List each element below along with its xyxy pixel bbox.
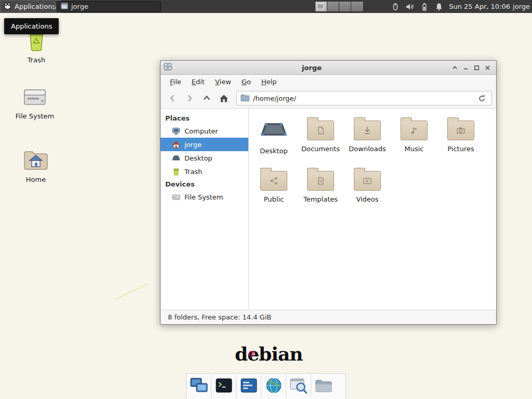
launcher-settings-editor[interactable] (236, 374, 261, 399)
menu-edit[interactable]: Edit (187, 76, 210, 88)
up-button[interactable] (199, 91, 215, 105)
debian-logo-text: debian (235, 343, 302, 365)
debian-swirl-icon (247, 341, 256, 363)
desktop-icon-label: File System (16, 112, 54, 120)
window-body: Places Computer (161, 109, 496, 310)
menu-file[interactable]: File (165, 76, 187, 88)
share-emblem-icon (261, 171, 287, 190)
file-label: Public (264, 195, 284, 203)
titlebar[interactable]: jorge (161, 61, 496, 75)
back-button[interactable] (165, 91, 180, 105)
applications-menu-button[interactable]: Applications (0, 0, 61, 13)
video-emblem-icon (354, 171, 380, 190)
launcher-app-finder[interactable] (286, 374, 311, 399)
file-list: Desktop Documents (249, 109, 496, 310)
forward-button[interactable] (182, 91, 197, 105)
path-folder-icon (241, 94, 249, 103)
file-pictures[interactable]: Pictures (437, 116, 484, 166)
desktop-icon-file-system[interactable]: File System (11, 86, 59, 120)
file-templates[interactable]: Templates (297, 166, 344, 217)
workspace-4[interactable] (351, 2, 363, 11)
desktop-icon-home[interactable]: Home (12, 149, 60, 183)
menu-view[interactable]: View (210, 76, 236, 88)
menu-go[interactable]: Go (236, 76, 256, 88)
sidebar-places-header: Places (161, 112, 248, 124)
panel-username[interactable]: jorge (513, 0, 530, 13)
sidebar: Places Computer (161, 109, 249, 310)
folder-icon (307, 171, 334, 191)
panel-clock[interactable]: Sun 25 Apr, 10:06 (449, 0, 510, 13)
music-emblem-icon (401, 121, 427, 140)
launcher-web-browser[interactable] (261, 374, 286, 399)
file-label: Music (405, 145, 424, 153)
document-emblem-icon (308, 121, 334, 140)
workspace-1[interactable] (315, 2, 327, 11)
folder-icon (354, 121, 381, 140)
file-label: Videos (356, 195, 378, 203)
home-icon (171, 140, 180, 149)
taskbar-window-button[interactable]: jorge (57, 1, 161, 12)
sidebar-item-label: Desktop (184, 154, 212, 162)
top-panel: Applications jorge (0, 0, 532, 13)
launcher-terminal[interactable] (211, 374, 236, 399)
sidebar-item-label: File System (184, 193, 223, 201)
sidebar-item-desktop[interactable]: Desktop (161, 151, 248, 165)
folder-icon (401, 121, 428, 140)
file-videos[interactable]: Videos (344, 166, 391, 217)
mouse-device-icon[interactable] (391, 2, 400, 11)
drive-icon (171, 193, 180, 202)
tasklist-handle (54, 3, 55, 10)
file-downloads[interactable]: Downloads (344, 116, 391, 166)
status-text: 8 folders, Free space: 14.4 GiB (168, 313, 271, 321)
sidebar-item-jorge[interactable]: jorge (161, 138, 248, 151)
battery-icon[interactable] (420, 2, 429, 11)
home-folder-icon (23, 149, 49, 173)
close-button[interactable] (482, 63, 493, 73)
camera-emblem-icon (448, 121, 474, 140)
path-text: /home/jorge/ (253, 95, 296, 102)
file-label: Templates (303, 195, 338, 203)
workspace-2[interactable] (327, 2, 339, 11)
window-icon (164, 63, 172, 72)
sidebar-item-label: jorge (184, 141, 202, 149)
file-label: Pictures (447, 145, 474, 153)
file-label: Downloads (349, 145, 385, 153)
toolbar: /home/jorge/ (161, 88, 496, 109)
workspace-3[interactable] (339, 2, 351, 11)
folder-icon (354, 171, 381, 191)
window-title: jorge (174, 64, 449, 72)
reload-button[interactable] (475, 92, 488, 104)
folder-icon (307, 121, 334, 140)
terminal-icon (216, 378, 232, 395)
launcher-file-manager[interactable] (311, 374, 336, 399)
notifications-bell-icon[interactable] (434, 2, 443, 11)
sidebar-item-label: Trash (184, 168, 202, 176)
template-emblem-icon (308, 171, 334, 190)
folder-icon (315, 378, 332, 394)
menu-help[interactable]: Help (256, 76, 282, 88)
sidebar-item-trash[interactable]: Trash (161, 165, 248, 178)
shade-button[interactable] (449, 63, 460, 73)
file-manager-window: jorge File Edit View Go Help (160, 60, 497, 325)
path-bar[interactable]: /home/jorge/ (236, 91, 492, 105)
volume-icon[interactable] (405, 2, 414, 11)
minimize-button[interactable] (460, 63, 471, 73)
applications-tooltip: Applications (4, 18, 59, 34)
file-public[interactable]: Public (250, 166, 297, 217)
download-emblem-icon (354, 121, 380, 140)
sidebar-item-computer[interactable]: Computer (161, 124, 248, 138)
displays-icon (190, 378, 208, 395)
file-desktop[interactable]: Desktop (250, 116, 297, 166)
maximize-button[interactable] (471, 63, 482, 73)
desktop-icon-label: Home (26, 176, 46, 183)
home-button[interactable] (216, 91, 232, 105)
dock-panel (186, 373, 346, 399)
file-music[interactable]: Music (391, 116, 437, 166)
magnifier-icon (290, 378, 308, 395)
sidebar-devices-header: Devices (161, 178, 248, 190)
drive-icon (23, 86, 47, 110)
file-documents[interactable]: Documents (297, 116, 344, 166)
workspace-window-preview (317, 4, 324, 9)
launcher-display-settings[interactable] (187, 374, 211, 399)
sidebar-item-file-system[interactable]: File System (161, 190, 248, 204)
